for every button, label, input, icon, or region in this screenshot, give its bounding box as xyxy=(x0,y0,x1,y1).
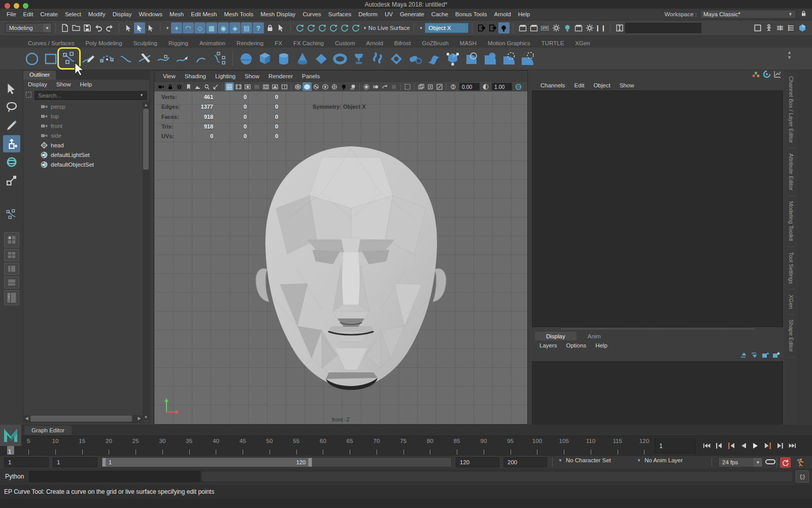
playback-start-field[interactable]: 1 xyxy=(53,457,97,467)
layer-editor-menu-item[interactable]: Help xyxy=(591,342,612,348)
shelf-surface-fillet-button[interactable] xyxy=(462,49,481,68)
viewport-menu-item[interactable]: View xyxy=(158,73,180,79)
exposure-field[interactable]: 0.00 xyxy=(459,83,480,90)
shelf-tab[interactable]: Sculpting xyxy=(128,38,163,48)
select-object-mode-button[interactable] xyxy=(134,22,145,34)
output-connection-icon[interactable] xyxy=(487,22,498,34)
outliner-tab[interactable]: Outliner xyxy=(23,71,56,80)
2d-pan-zoom-icon[interactable] xyxy=(202,82,211,91)
snap-to-curve-button[interactable]: ◠ xyxy=(183,22,194,34)
history-option-3-icon[interactable] xyxy=(339,22,350,34)
open-scene-button[interactable] xyxy=(71,22,82,34)
render-settings-button[interactable] xyxy=(551,22,562,34)
shelf-tab[interactable]: Curves / Surfaces xyxy=(22,38,80,48)
menu-item[interactable]: UV xyxy=(381,9,396,20)
sidebar-vertical-tab[interactable]: Tool Settings xyxy=(787,247,795,290)
channel-box-menu-item[interactable]: Channels xyxy=(536,82,570,88)
swap-view-icon[interactable] xyxy=(435,82,444,91)
modeling-toolkit-toggle-icon[interactable] xyxy=(797,22,808,34)
command-input-field[interactable] xyxy=(29,471,200,482)
shelf-tab[interactable]: Poly Modeling xyxy=(80,38,127,48)
chevron-down-icon[interactable]: ▼ xyxy=(363,26,367,30)
menu-item[interactable]: Mesh Display xyxy=(257,9,299,20)
grid-toggle-icon[interactable] xyxy=(225,82,234,91)
layout-four-pane-button[interactable] xyxy=(4,249,19,261)
filter-icon[interactable] xyxy=(25,91,32,100)
outliner-menu-item[interactable]: Show xyxy=(52,81,76,87)
menu-item[interactable]: Curves xyxy=(299,9,324,20)
menu-item[interactable]: Bonus Tools xyxy=(452,9,490,20)
fps-dropdown[interactable]: 24 fps▼ xyxy=(718,457,763,467)
layout-outliner-persp-button[interactable] xyxy=(4,290,19,305)
lock-camera-icon[interactable] xyxy=(165,82,175,91)
range-start-handle[interactable] xyxy=(102,458,106,467)
shadows-icon[interactable] xyxy=(348,82,357,91)
outliner-item-side[interactable]: side xyxy=(23,131,149,140)
channel-layer-mixed-icon[interactable] xyxy=(752,71,760,80)
select-camera-icon[interactable] xyxy=(156,82,165,91)
render-view-button[interactable] xyxy=(517,22,528,34)
shelf-tab[interactable]: Rigging xyxy=(163,38,194,48)
shelf-cube-button[interactable] xyxy=(255,49,274,68)
character-controls-icon[interactable] xyxy=(763,22,774,34)
anim-layer-dropdown[interactable]: ▼No Anim Layer xyxy=(637,457,683,463)
shelf-extrude-button[interactable] xyxy=(405,49,424,68)
image-plane-icon[interactable] xyxy=(193,82,202,91)
animation-start-field[interactable]: 1 xyxy=(4,457,49,467)
multisample-icon[interactable] xyxy=(380,82,389,91)
shelf-overflow-arrows[interactable]: ▲▼ xyxy=(787,50,792,60)
sidebar-vertical-tab[interactable]: Shape Editor xyxy=(787,314,795,358)
shelf-sphere-button[interactable] xyxy=(236,49,255,68)
lasso-tool-button[interactable] xyxy=(3,99,20,116)
shelf-tab[interactable]: TURTLE xyxy=(536,38,570,48)
undo-button[interactable] xyxy=(93,22,104,34)
speed-state-icon[interactable] xyxy=(763,71,770,80)
make-live-button[interactable]: ◈ xyxy=(229,22,241,34)
new-empty-layer-icon[interactable] xyxy=(762,351,769,360)
workspace-dropdown[interactable]: Maya Classic* ▼ xyxy=(700,10,796,19)
gamma-field[interactable]: 1.00 xyxy=(492,83,512,90)
step-forward-frame-button[interactable] xyxy=(774,439,786,452)
new-scene-button[interactable] xyxy=(59,22,71,34)
shelf-tab[interactable]: XGen xyxy=(569,38,595,48)
list-options-icon[interactable] xyxy=(786,22,797,34)
symmetry-dropdown[interactable]: Object X xyxy=(425,23,468,33)
shelf-tab[interactable]: Custom xyxy=(329,38,361,48)
time-slider[interactable]: 5101520253035404550556065707580859095100… xyxy=(0,436,812,455)
layout-single-pane-button[interactable] xyxy=(4,232,19,247)
history-option-4-icon[interactable] xyxy=(350,22,361,34)
shelf-insert-knot-button[interactable] xyxy=(191,49,210,68)
scroll-down-icon[interactable]: ▼ xyxy=(143,414,149,421)
viewport-menu-item[interactable]: Panels xyxy=(297,73,324,79)
menu-item[interactable]: Windows xyxy=(135,9,166,20)
outliner-item-top[interactable]: top xyxy=(23,111,149,121)
paint-select-tool-button[interactable] xyxy=(3,117,20,134)
menu-item[interactable]: Mesh Tools xyxy=(220,9,257,20)
layout-persp-graph-button[interactable] xyxy=(4,276,19,289)
shaded-mode-icon[interactable] xyxy=(302,82,312,91)
motion-blur-icon[interactable] xyxy=(371,82,380,91)
shelf-birail-button[interactable] xyxy=(424,49,443,68)
field-entry-mode-icon[interactable] xyxy=(614,22,625,34)
snap-help-button[interactable]: ? xyxy=(253,22,264,34)
menu-item[interactable]: Generate xyxy=(396,9,428,20)
step-back-frame-button[interactable] xyxy=(714,439,725,452)
lock-selection-icon[interactable] xyxy=(264,22,276,34)
field-chart-icon[interactable] xyxy=(261,82,270,91)
shelf-tab[interactable]: Animation xyxy=(194,38,231,48)
menu-set-dropdown[interactable]: Modeling ▼ xyxy=(5,23,52,33)
input-connection-icon[interactable] xyxy=(476,22,487,34)
safe-action-icon[interactable] xyxy=(270,82,280,91)
outliner-menu-item[interactable]: Display xyxy=(23,81,52,87)
gate-mask-icon[interactable] xyxy=(252,82,261,91)
tab-display[interactable]: Display xyxy=(535,332,577,340)
layout-persp-outliner-button[interactable] xyxy=(4,263,19,275)
tab-anim[interactable]: Anim xyxy=(577,332,612,340)
snap-to-view-plane-button[interactable]: ◉ xyxy=(218,22,229,34)
chevron-down-icon[interactable]: ▼ xyxy=(165,26,170,30)
snap-to-grid-button[interactable]: + xyxy=(171,22,182,34)
history-option-2-icon[interactable] xyxy=(328,22,339,34)
construction-history-off-icon[interactable] xyxy=(306,22,317,34)
play-forward-button[interactable] xyxy=(750,439,761,452)
bookmark-icon[interactable] xyxy=(184,82,193,91)
